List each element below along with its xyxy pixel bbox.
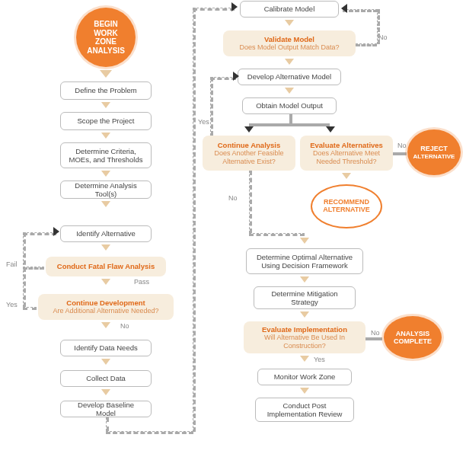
dashed-loop-left-top xyxy=(23,232,56,235)
arrowhead-icon xyxy=(231,2,238,11)
arrowhead-icon xyxy=(244,126,254,133)
determine-tools-box: Determine Analysis Tool(s) xyxy=(60,180,152,199)
scope-project-box: Scope the Project xyxy=(60,112,152,130)
determine-tools-label: Determine Analysis Tool(s) xyxy=(67,181,145,199)
split-line-down xyxy=(289,114,292,123)
conduct-post-review-box: Conduct Post Implementation Review xyxy=(255,398,354,422)
determine-criteria-box: Determine Criteria, MOEs, and Thresholds xyxy=(60,142,152,168)
arrow-icon xyxy=(342,173,351,179)
split-line-horiz xyxy=(249,123,330,126)
calibrate-model-label: Calibrate Model xyxy=(264,5,315,13)
dashed-validate-no-up xyxy=(377,9,380,44)
arrow-icon xyxy=(101,244,110,251)
arrow-icon xyxy=(300,311,309,318)
start-circle: BEGIN WORK ZONE ANALYSIS xyxy=(76,8,136,67)
determine-mitigation-box: Determine Mitigation Strategy xyxy=(254,286,356,309)
dashed-bottom-horiz xyxy=(106,431,193,434)
conduct-fatal-flaw-box: Conduct Fatal Flaw Analysis xyxy=(46,257,166,276)
arrowhead-icon xyxy=(53,227,59,236)
determine-criteria-label: Determine Criteria, MOEs, and Thresholds xyxy=(67,147,145,165)
yes-label-impl: Yes xyxy=(314,356,325,363)
develop-baseline-box: Develop Baseline Model xyxy=(60,401,152,417)
monitor-work-zone-label: Monitor Work Zone xyxy=(274,372,336,381)
arrow-icon xyxy=(101,279,110,285)
arrow-icon xyxy=(101,389,110,395)
arrow-icon xyxy=(300,388,309,394)
arrow-icon xyxy=(101,322,110,328)
monitor-work-zone-box: Monitor Work Zone xyxy=(257,369,352,385)
no-label-1: No xyxy=(120,322,129,330)
develop-alt-model-label: Develop Alternative Model xyxy=(247,72,331,81)
evaluate-alternatives-box: Evaluate Alternatives Does Alternative M… xyxy=(300,136,393,171)
start-line2: WORK ZONE xyxy=(82,29,129,46)
identify-data-needs-box: Identify Data Needs xyxy=(60,340,152,356)
identify-alternative-label: Identify Alternative xyxy=(76,229,136,238)
fail-label: Fail xyxy=(6,260,18,268)
obtain-model-output-box: Obtain Model Output xyxy=(242,97,337,114)
recommend-alt-line2: ALTERNATIVE xyxy=(323,206,370,214)
arrow-icon xyxy=(300,276,309,283)
continue-development-box: Continue Development Are Additional Alte… xyxy=(38,294,174,320)
arrow-icon xyxy=(101,102,110,108)
arrow-icon xyxy=(100,70,112,78)
evaluate-alternatives-title: Evaluate Alternatives xyxy=(310,141,383,149)
dashed-analysis-no xyxy=(249,171,252,233)
yes-label-analysis: Yes xyxy=(198,118,209,126)
dashed-yes-out xyxy=(23,307,37,310)
dashed-fail-out xyxy=(23,267,44,270)
dashed-validate-no-left xyxy=(343,9,378,12)
evaluate-implementation-question: Will Alternative Be Used In Construction… xyxy=(250,334,359,350)
arrowhead-icon xyxy=(341,4,347,13)
no-label-reject: No xyxy=(397,142,407,149)
validate-model-box: Validate Model Does Model Output Match D… xyxy=(223,30,356,56)
collect-data-box: Collect Data xyxy=(60,370,152,387)
define-problem-box: Define the Problem xyxy=(60,81,152,100)
arrow-icon xyxy=(285,59,294,65)
validate-model-question: Does Model Output Match Data? xyxy=(239,43,339,52)
calibrate-model-box: Calibrate Model xyxy=(240,1,339,18)
dashed-loop-left xyxy=(23,232,26,307)
arrow-icon xyxy=(300,356,309,362)
conduct-fatal-flaw-title: Conduct Fatal Flaw Analysis xyxy=(57,262,155,270)
determine-mitigation-label: Determine Mitigation Strategy xyxy=(260,289,349,307)
dashed-top-horiz xyxy=(193,8,235,11)
pass-label: Pass xyxy=(134,278,149,286)
develop-alt-model-box: Develop Alternative Model xyxy=(238,69,341,85)
arrow-icon xyxy=(285,88,294,94)
evaluate-alternatives-question: Does Alternative Meet Needed Threshold? xyxy=(306,149,387,166)
conduct-post-review-label: Conduct Post Implementation Review xyxy=(262,401,347,419)
arrow-icon xyxy=(101,171,110,177)
arrow-icon xyxy=(300,238,309,244)
dashed-bottom-down xyxy=(106,417,109,431)
reject-alt-line1: REJECT xyxy=(420,145,448,152)
dashed-analysis-yes-top xyxy=(210,77,236,80)
evaluate-implementation-title: Evaluate Implementation xyxy=(262,325,347,334)
arrow-icon xyxy=(101,133,110,139)
arrowhead-icon xyxy=(326,126,335,133)
recommend-alternative-circle: RECOMMEND ALTERNATIVE xyxy=(311,184,382,228)
analysis-complete-circle: ANALYSIS COMPLETE xyxy=(384,316,442,359)
analysis-complete-line2: COMPLETE xyxy=(394,337,432,345)
merge-horiz xyxy=(249,233,305,236)
continue-analysis-title: Continue Analysis xyxy=(218,141,281,149)
analysis-complete-line1: ANALYSIS xyxy=(396,330,430,337)
arrow-icon xyxy=(101,201,110,207)
develop-baseline-label: Develop Baseline Model xyxy=(67,401,145,418)
reject-alt-line2: ALTERNATIVE xyxy=(413,153,455,160)
start-line3: ANALYSIS xyxy=(87,46,125,56)
dashed-analysis-yes-left xyxy=(210,77,213,136)
determine-optimal-box: Determine Optimal Alternative Using Deci… xyxy=(246,248,363,274)
arrowhead-icon xyxy=(233,72,239,81)
evaluate-implementation-box: Evaluate Implementation Will Alternative… xyxy=(244,321,365,353)
define-problem-label: Define the Problem xyxy=(75,86,136,94)
continue-development-title: Continue Development xyxy=(66,299,145,307)
no-label-analysis: No xyxy=(228,194,238,202)
scope-project-label: Scope the Project xyxy=(78,117,135,125)
dashed-bottom-up xyxy=(193,8,196,432)
collect-data-label: Collect Data xyxy=(86,374,126,382)
dashed-validate-no xyxy=(356,43,377,46)
start-line1: BEGIN xyxy=(94,20,118,29)
reject-alternative-circle: REJECT ALTERNATIVE xyxy=(407,129,461,175)
yes-label-left: Yes xyxy=(6,301,18,308)
determine-optimal-label: Determine Optimal Alternative Using Deci… xyxy=(253,253,356,270)
